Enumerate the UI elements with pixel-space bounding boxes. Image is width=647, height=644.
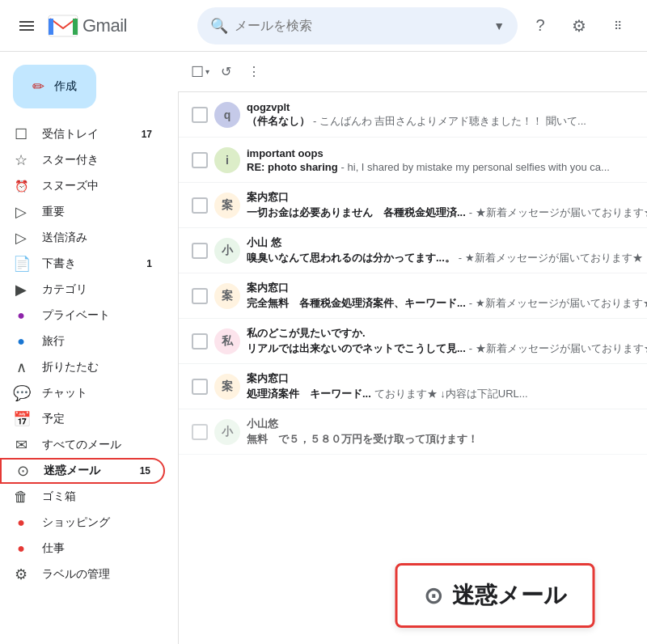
all-mail-icon: ✉ — [13, 436, 29, 454]
select-all-checkbox[interactable]: ☐ — [191, 63, 204, 81]
avatar: 小 — [214, 419, 240, 445]
work-icon: ● — [13, 541, 29, 556]
refresh-button[interactable]: ↺ — [216, 59, 236, 84]
snoozed-icon: ⏰ — [13, 180, 29, 193]
starred-icon: ☆ — [13, 151, 29, 169]
sidebar-item-categories[interactable]: ▶ カテゴリ — [0, 277, 165, 303]
sidebar-item-starred[interactable]: ☆ スター付き — [0, 147, 165, 173]
meet-icon: 📅 — [13, 410, 29, 428]
table-row[interactable]: i important oops RE: photo sharing - hi,… — [179, 138, 647, 183]
email-subject-snippet: 完全無料 各種税金処理済案件、キーワード... - ★新着メッセージが届いており… — [247, 296, 647, 311]
table-row[interactable]: 小 小山悠 無料 で５，５８０万円を受け取って頂けます！ 6月6日 ☆ — [179, 409, 647, 455]
apps-button[interactable]: ⠿ — [602, 10, 634, 42]
email-subject: 一切お金は必要ありません 各種税金処理済... — [247, 206, 466, 218]
email-snippet: ております★ ↓内容は下記URL... — [374, 388, 528, 400]
email-snippet: - hi, I shared by mistake my personal se… — [341, 161, 610, 173]
gmail-text: Gmail — [82, 15, 127, 36]
more-button[interactable]: ⋮ — [243, 59, 265, 84]
email-sender: 私のどこが見たいですか. — [247, 326, 647, 341]
email-subject: 無料 で５，５８０万円を受け取って頂けます！ — [247, 433, 478, 445]
help-button[interactable]: ? — [524, 10, 556, 42]
sidebar: ✏ 作成 ☐ 受信トレイ 17 ☆ スター付き ⏰ スヌーズ中 ▷ 重要 ▷ 送… — [0, 52, 178, 644]
categories-icon: ▶ — [13, 281, 29, 299]
email-sender: 小山悠 — [247, 417, 647, 431]
table-row[interactable]: 案 案内窓口 完全無料 各種税金処理済案件、キーワード... - ★新着メッセー… — [179, 273, 647, 319]
email-sender: 小山 悠 — [247, 235, 647, 250]
avatar: 案 — [214, 374, 240, 400]
spam-icon: ⊙ — [15, 462, 31, 480]
private-icon: ● — [13, 308, 29, 323]
sidebar-label-important: 重要 — [42, 205, 152, 219]
sidebar-item-manage-labels[interactable]: ⚙ ラベルの管理 — [0, 561, 165, 587]
sidebar-item-travel[interactable]: ● 旅行 — [0, 328, 165, 354]
email-snippet: - こんばんわ 吉田さんよりメアド聴きました！！ 聞いて... — [313, 115, 586, 127]
sidebar-item-all-mail[interactable]: ✉ すべてのメール — [0, 432, 165, 458]
email-snippet: - ★新着メッセージが届いております★ ↓内容は下記URL... — [469, 342, 647, 354]
help-icon: ? — [535, 16, 544, 35]
travel-icon: ● — [13, 334, 29, 349]
search-icon: 🔍 — [210, 17, 228, 35]
important-icon: ▷ — [13, 203, 29, 221]
email-checkbox[interactable] — [192, 152, 208, 168]
sidebar-label-meet: 予定 — [42, 412, 152, 426]
email-sender: 案内窓口 — [247, 281, 647, 295]
email-checkbox[interactable] — [192, 424, 208, 440]
sidebar-item-snoozed[interactable]: ⏰ スヌーズ中 — [0, 173, 165, 199]
sidebar-item-drafts[interactable]: 📄 下書き 1 — [0, 251, 165, 277]
email-snippet: - ★新着メッセージが届いております★ ↓内容は下記URL... — [459, 252, 647, 264]
email-subject: 嗅臭いなんて思われるのは分かってます...。 — [247, 252, 455, 264]
sidebar-item-collapse[interactable]: ∧ 折りたたむ — [0, 354, 165, 380]
sidebar-item-inbox[interactable]: ☐ 受信トレイ 17 — [0, 121, 165, 147]
sidebar-label-drafts: 下書き — [42, 256, 133, 271]
email-snippet: - ★新着メッセージが届いております★ ↓内容は下記URL... — [469, 206, 647, 218]
spam-banner-label: 迷惑メール — [452, 580, 567, 611]
sidebar-item-meet[interactable]: 📅 予定 — [0, 406, 165, 432]
compose-button[interactable]: ✏ 作成 — [13, 65, 96, 108]
email-checkbox[interactable] — [192, 379, 208, 395]
sidebar-label-categories: カテゴリ — [42, 282, 152, 297]
sidebar-item-private[interactable]: ● プライベート — [0, 303, 165, 328]
search-input[interactable] — [235, 19, 487, 33]
email-content: 案内窓口 完全無料 各種税金処理済案件、キーワード... - ★新着メッセージが… — [247, 281, 647, 311]
email-checkbox[interactable] — [192, 243, 208, 259]
email-subject-snippet: リアルでは出来ないのでネットでこうして見... - ★新着メッセージが届いており… — [247, 341, 647, 356]
sidebar-item-shopping[interactable]: ● ショッピング — [0, 510, 165, 536]
email-subject-snippet: 嗅臭いなんて思われるのは分かってます...。 - ★新着メッセージが届いておりま… — [247, 251, 647, 265]
sidebar-item-important[interactable]: ▷ 重要 — [0, 199, 165, 225]
table-row[interactable]: q qogzvplt （件名なし） - こんばんわ 吉田さんよりメアド聴きました… — [179, 92, 647, 138]
email-checkbox[interactable] — [192, 197, 208, 214]
avatar: i — [214, 147, 240, 173]
email-content: important oops RE: photo sharing - hi, I… — [247, 147, 647, 173]
email-subject-snippet: 処理済案件 キーワード... ております★ ↓内容は下記URL... — [247, 387, 647, 401]
table-row[interactable]: 小 小山 悠 嗅臭いなんて思われるのは分かってます...。 - ★新着メッセージ… — [179, 228, 647, 273]
inbox-icon: ☐ — [13, 125, 29, 143]
email-content: 小山 悠 嗅臭いなんて思われるのは分かってます...。 - ★新着メッセージが届… — [247, 235, 647, 265]
more-icon: ⋮ — [247, 64, 260, 79]
email-subject: 処理済案件 キーワード... — [247, 388, 371, 400]
table-row[interactable]: 私 私のどこが見たいですか. リアルでは出来ないのでネットでこうして見... -… — [179, 319, 647, 364]
settings-button[interactable]: ⚙ — [563, 10, 595, 42]
email-checkbox[interactable] — [192, 288, 208, 304]
sidebar-label-all-mail: すべてのメール — [42, 438, 152, 452]
sidebar-label-snoozed: スヌーズ中 — [42, 179, 152, 193]
sidebar-item-trash[interactable]: 🗑 ゴミ箱 — [0, 484, 165, 510]
shopping-icon: ● — [13, 515, 29, 530]
select-all-wrap[interactable]: ☐ ▾ — [191, 63, 209, 81]
table-row[interactable]: 案 案内窓口 一切お金は必要ありません 各種税金処理済... - ★新着メッセー… — [179, 183, 647, 228]
email-checkbox[interactable] — [192, 107, 208, 123]
sidebar-item-chat[interactable]: 💬 チャット — [0, 380, 165, 406]
sidebar-item-work[interactable]: ● 仕事 — [0, 536, 165, 561]
sidebar-label-spam: 迷惑メール — [44, 464, 127, 478]
email-subject-snippet: 一切お金は必要ありません 各種税金処理済... - ★新着メッセージが届いており… — [247, 205, 647, 220]
search-bar[interactable]: 🔍 ▼ — [197, 7, 518, 44]
select-dropdown-arrow[interactable]: ▾ — [205, 67, 209, 76]
email-checkbox[interactable] — [192, 333, 208, 350]
sidebar-label-sent: 送信済み — [42, 231, 152, 245]
sidebar-item-sent[interactable]: ▷ 送信済み — [0, 225, 165, 251]
sidebar-label-shopping: ショッピング — [42, 515, 152, 530]
table-row[interactable]: 案 案内窓口 処理済案件 キーワード... ております★ ↓内容は下記URL..… — [179, 364, 647, 409]
search-dropdown-icon[interactable]: ▼ — [493, 19, 505, 32]
menu-icon[interactable] — [13, 12, 40, 40]
sidebar-item-spam[interactable]: ⊙ 迷惑メール 15 — [0, 458, 165, 484]
email-subject: 完全無料 各種税金処理済案件、キーワード... — [247, 297, 466, 309]
